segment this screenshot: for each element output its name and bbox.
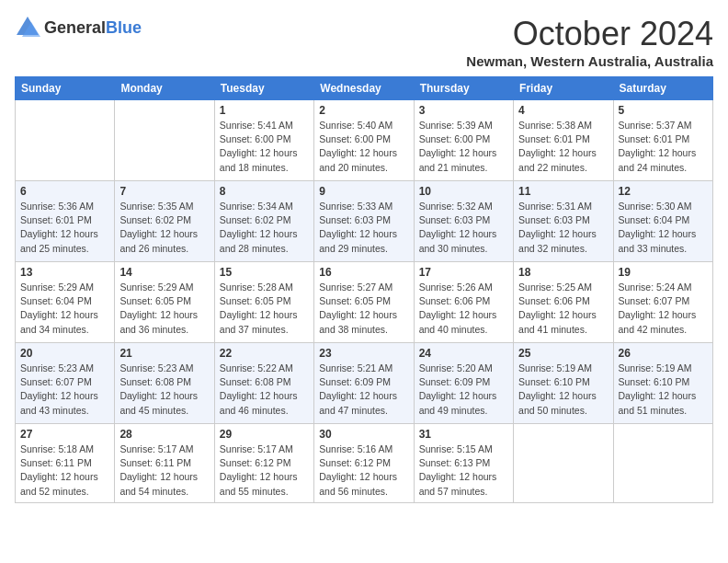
- day-number: 21: [119, 347, 209, 360]
- day-number: 3: [419, 104, 508, 117]
- calendar-cell: 11Sunrise: 5:31 AMSunset: 6:03 PMDayligh…: [514, 181, 613, 262]
- calendar: SundayMondayTuesdayWednesdayThursdayFrid…: [15, 76, 713, 503]
- day-number: 4: [518, 104, 608, 117]
- day-number: 12: [619, 185, 708, 198]
- day-info: Sunrise: 5:17 AMSunset: 6:12 PMDaylight:…: [220, 442, 309, 499]
- day-number: 10: [419, 185, 508, 198]
- day-info: Sunrise: 5:21 AMSunset: 6:09 PMDaylight:…: [319, 362, 408, 418]
- day-info: Sunrise: 5:28 AMSunset: 6:05 PMDaylight:…: [220, 281, 309, 337]
- day-info: Sunrise: 5:16 AMSunset: 6:12 PMDaylight:…: [319, 442, 408, 499]
- calendar-cell: [613, 424, 712, 503]
- calendar-cell: 14Sunrise: 5:29 AMSunset: 6:05 PMDayligh…: [115, 262, 214, 343]
- day-number: 20: [20, 347, 109, 360]
- calendar-cell: 29Sunrise: 5:17 AMSunset: 6:12 PMDayligh…: [214, 424, 313, 503]
- calendar-cell: 30Sunrise: 5:16 AMSunset: 6:12 PMDayligh…: [314, 424, 414, 503]
- calendar-cell: 13Sunrise: 5:29 AMSunset: 6:04 PMDayligh…: [16, 262, 115, 343]
- logo-blue: Blue: [106, 18, 142, 37]
- calendar-cell: 18Sunrise: 5:25 AMSunset: 6:06 PMDayligh…: [514, 262, 613, 343]
- day-info: Sunrise: 5:27 AMSunset: 6:05 PMDaylight:…: [319, 281, 408, 337]
- day-info: Sunrise: 5:36 AMSunset: 6:01 PMDaylight:…: [20, 200, 109, 256]
- calendar-cell: 4Sunrise: 5:38 AMSunset: 6:01 PMDaylight…: [514, 100, 613, 181]
- day-number: 28: [119, 428, 209, 441]
- day-info: Sunrise: 5:26 AMSunset: 6:06 PMDaylight:…: [419, 281, 508, 337]
- day-number: 11: [518, 185, 608, 198]
- day-number: 26: [619, 347, 708, 360]
- day-info: Sunrise: 5:23 AMSunset: 6:08 PMDaylight:…: [119, 362, 209, 418]
- day-info: Sunrise: 5:29 AMSunset: 6:05 PMDaylight:…: [119, 281, 209, 337]
- calendar-cell: [514, 424, 613, 503]
- calendar-cell: 27Sunrise: 5:18 AMSunset: 6:11 PMDayligh…: [16, 424, 115, 503]
- calendar-cell: 20Sunrise: 5:23 AMSunset: 6:07 PMDayligh…: [16, 343, 115, 424]
- day-number: 1: [220, 104, 309, 117]
- day-number: 27: [20, 428, 109, 441]
- day-number: 17: [419, 266, 508, 279]
- calendar-cell: 17Sunrise: 5:26 AMSunset: 6:06 PMDayligh…: [414, 262, 513, 343]
- calendar-cell: 9Sunrise: 5:33 AMSunset: 6:03 PMDaylight…: [314, 181, 414, 262]
- day-info: Sunrise: 5:20 AMSunset: 6:09 PMDaylight:…: [419, 362, 508, 418]
- day-info: Sunrise: 5:17 AMSunset: 6:11 PMDaylight:…: [119, 442, 209, 499]
- day-info: Sunrise: 5:25 AMSunset: 6:06 PMDaylight:…: [518, 281, 608, 337]
- calendar-cell: 21Sunrise: 5:23 AMSunset: 6:08 PMDayligh…: [115, 343, 214, 424]
- week-row: 1Sunrise: 5:41 AMSunset: 6:00 PMDaylight…: [16, 100, 713, 181]
- week-row: 6Sunrise: 5:36 AMSunset: 6:01 PMDaylight…: [16, 181, 713, 262]
- calendar-cell: [16, 100, 115, 181]
- day-number: 16: [319, 266, 408, 279]
- weekday-header: Saturday: [613, 77, 712, 100]
- day-number: 24: [419, 347, 508, 360]
- day-info: Sunrise: 5:22 AMSunset: 6:08 PMDaylight:…: [220, 362, 309, 418]
- week-row: 20Sunrise: 5:23 AMSunset: 6:07 PMDayligh…: [16, 343, 713, 424]
- day-number: 13: [20, 266, 109, 279]
- calendar-cell: [115, 100, 214, 181]
- day-number: 2: [319, 104, 408, 117]
- calendar-cell: 19Sunrise: 5:24 AMSunset: 6:07 PMDayligh…: [613, 262, 712, 343]
- weekday-header: Tuesday: [214, 77, 313, 100]
- calendar-cell: 12Sunrise: 5:30 AMSunset: 6:04 PMDayligh…: [613, 181, 712, 262]
- calendar-cell: 6Sunrise: 5:36 AMSunset: 6:01 PMDaylight…: [16, 181, 115, 262]
- day-info: Sunrise: 5:19 AMSunset: 6:10 PMDaylight:…: [518, 362, 608, 418]
- day-info: Sunrise: 5:35 AMSunset: 6:02 PMDaylight:…: [119, 200, 209, 256]
- weekday-header-row: SundayMondayTuesdayWednesdayThursdayFrid…: [16, 77, 713, 100]
- calendar-cell: 31Sunrise: 5:15 AMSunset: 6:13 PMDayligh…: [414, 424, 513, 503]
- calendar-cell: 25Sunrise: 5:19 AMSunset: 6:10 PMDayligh…: [514, 343, 613, 424]
- calendar-cell: 24Sunrise: 5:20 AMSunset: 6:09 PMDayligh…: [414, 343, 513, 424]
- day-info: Sunrise: 5:30 AMSunset: 6:04 PMDaylight:…: [619, 200, 708, 256]
- day-number: 31: [419, 428, 508, 441]
- week-row: 27Sunrise: 5:18 AMSunset: 6:11 PMDayligh…: [16, 424, 713, 503]
- calendar-cell: 8Sunrise: 5:34 AMSunset: 6:02 PMDaylight…: [214, 181, 313, 262]
- day-number: 7: [119, 185, 209, 198]
- calendar-cell: 23Sunrise: 5:21 AMSunset: 6:09 PMDayligh…: [314, 343, 414, 424]
- weekday-header: Friday: [514, 77, 613, 100]
- logo-icon: [15, 15, 40, 40]
- day-number: 6: [20, 185, 109, 198]
- week-row: 13Sunrise: 5:29 AMSunset: 6:04 PMDayligh…: [16, 262, 713, 343]
- day-number: 30: [319, 428, 408, 441]
- title-area: October 2024 Newman, Western Australia, …: [466, 15, 713, 69]
- day-info: Sunrise: 5:37 AMSunset: 6:01 PMDaylight:…: [619, 119, 708, 175]
- day-info: Sunrise: 5:18 AMSunset: 6:11 PMDaylight:…: [20, 442, 109, 499]
- day-info: Sunrise: 5:29 AMSunset: 6:04 PMDaylight:…: [20, 281, 109, 337]
- calendar-cell: 1Sunrise: 5:41 AMSunset: 6:00 PMDaylight…: [214, 100, 313, 181]
- logo: GeneralBlue: [15, 15, 142, 40]
- day-info: Sunrise: 5:23 AMSunset: 6:07 PMDaylight:…: [20, 362, 109, 418]
- calendar-cell: 2Sunrise: 5:40 AMSunset: 6:00 PMDaylight…: [314, 100, 414, 181]
- day-number: 9: [319, 185, 408, 198]
- day-number: 23: [319, 347, 408, 360]
- day-number: 22: [220, 347, 309, 360]
- calendar-cell: 16Sunrise: 5:27 AMSunset: 6:05 PMDayligh…: [314, 262, 414, 343]
- calendar-cell: 15Sunrise: 5:28 AMSunset: 6:05 PMDayligh…: [214, 262, 313, 343]
- calendar-cell: 22Sunrise: 5:22 AMSunset: 6:08 PMDayligh…: [214, 343, 313, 424]
- day-info: Sunrise: 5:39 AMSunset: 6:00 PMDaylight:…: [419, 119, 508, 175]
- day-info: Sunrise: 5:41 AMSunset: 6:00 PMDaylight:…: [220, 119, 309, 175]
- weekday-header: Thursday: [414, 77, 513, 100]
- logo-general: General: [44, 18, 106, 37]
- day-info: Sunrise: 5:34 AMSunset: 6:02 PMDaylight:…: [220, 200, 309, 256]
- logo-text: GeneralBlue: [44, 18, 142, 38]
- month-title: October 2024: [466, 15, 713, 53]
- day-number: 8: [220, 185, 309, 198]
- page-header: GeneralBlue October 2024 Newman, Western…: [15, 15, 713, 69]
- weekday-header: Sunday: [16, 77, 115, 100]
- day-info: Sunrise: 5:24 AMSunset: 6:07 PMDaylight:…: [619, 281, 708, 337]
- day-info: Sunrise: 5:38 AMSunset: 6:01 PMDaylight:…: [518, 119, 608, 175]
- day-info: Sunrise: 5:15 AMSunset: 6:13 PMDaylight:…: [419, 442, 508, 499]
- calendar-cell: 3Sunrise: 5:39 AMSunset: 6:00 PMDaylight…: [414, 100, 513, 181]
